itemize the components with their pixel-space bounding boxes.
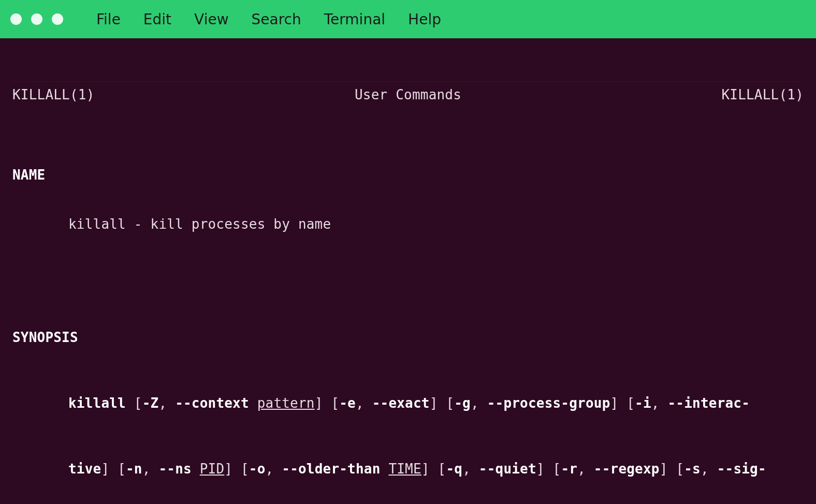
synopsis-line-1: killall [-Z, --context pattern] [-e, --e…	[12, 395, 804, 412]
menu-search[interactable]: Search	[247, 9, 305, 30]
manpage-header-center: User Commands	[355, 87, 461, 103]
window-controls	[10, 13, 63, 25]
menu-terminal[interactable]: Terminal	[320, 9, 389, 30]
section-name-body: killall - kill processes by name	[12, 216, 804, 233]
titlebar: File Edit View Search Terminal Help	[0, 0, 816, 38]
manpage-header-right: KILLALL(1)	[721, 87, 804, 103]
menu-edit[interactable]: Edit	[139, 9, 176, 30]
terminal-viewport[interactable]: KILLALL(1) User Commands KILLALL(1) NAME…	[0, 38, 816, 504]
window-maximize-icon[interactable]	[52, 13, 63, 25]
menu-view[interactable]: View	[190, 9, 232, 30]
window-close-icon[interactable]	[10, 13, 22, 25]
synopsis-line-2: tive] [-n, --ns PID] [-o, --older-than T…	[12, 461, 804, 478]
manpage-header: KILLALL(1) User Commands KILLALL(1)	[12, 81, 804, 103]
section-name-head: NAME	[12, 167, 804, 184]
section-synopsis-head: SYNOPSIS	[12, 330, 804, 346]
menu-file[interactable]: File	[92, 9, 125, 30]
window-minimize-icon[interactable]	[31, 13, 42, 25]
menu-help[interactable]: Help	[404, 9, 445, 30]
manpage-header-left: KILLALL(1)	[12, 87, 95, 103]
